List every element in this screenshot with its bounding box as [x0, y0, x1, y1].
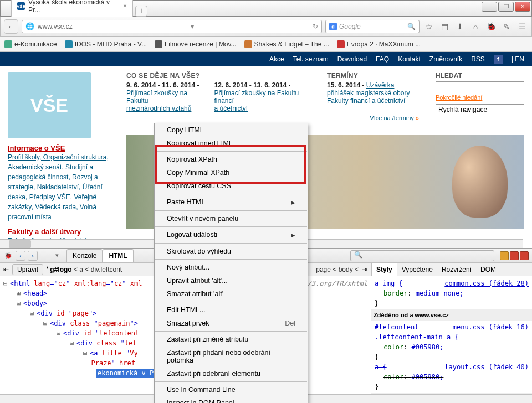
- search-icon[interactable]: 🔍: [407, 23, 416, 30]
- info-heading[interactable]: Informace o VŠE: [8, 144, 113, 152]
- download-icon[interactable]: ⬇: [454, 20, 466, 33]
- context-menu-item[interactable]: Kopírovat XPath: [155, 153, 308, 166]
- event-link[interactable]: Přijímací zkoušky na Fakultu financí: [214, 89, 310, 105]
- context-menu-item[interactable]: Kopírovat innerHTML: [155, 137, 308, 150]
- event-link[interactable]: a účetnictví: [214, 105, 310, 112]
- search-placeholder: Google: [339, 23, 361, 30]
- tab-favicon: VŠE: [17, 2, 25, 10]
- topbar-link[interactable]: Download: [337, 55, 367, 63]
- clipboard-icon[interactable]: ▤: [438, 20, 451, 33]
- quick-nav-select[interactable]: Rychlá navigace: [436, 104, 524, 115]
- section-heading: TERMÍNY: [327, 72, 419, 80]
- topbar-link[interactable]: FAQ: [376, 55, 389, 63]
- dt-breadcrumb-path[interactable]: ˈ g#logo < a < div.leftcont: [47, 266, 122, 273]
- home-icon[interactable]: ⌂: [469, 20, 482, 33]
- dt-breadcrumb-right[interactable]: page < body <: [316, 266, 359, 273]
- section-heading: CO SE DĚJE NA VŠE?: [126, 72, 310, 80]
- browser-search-bar[interactable]: g Google 🔍: [325, 20, 420, 33]
- context-menu-item[interactable]: Use in Command Line: [155, 383, 308, 396]
- context-menu-item[interactable]: Inspect in DOM Panel: [155, 396, 308, 403]
- context-menu-item[interactable]: Copy HTML: [155, 123, 308, 137]
- pencil-icon[interactable]: ✎: [500, 20, 513, 33]
- dt-nav-first[interactable]: ⇤: [3, 266, 9, 273]
- firebug-icon[interactable]: 🐞: [485, 20, 497, 33]
- bookmark-item[interactable]: Filmové recenze | Mov...: [155, 40, 237, 48]
- event-date: 12. 6. 2014 - 13. 6. 2014 -: [214, 81, 310, 89]
- window-close-button[interactable]: ✕: [515, 2, 530, 12]
- back-button[interactable]: ←: [4, 19, 18, 34]
- dt-menu-icon[interactable]: ≡: [40, 251, 50, 261]
- lang-switch[interactable]: | EN: [511, 55, 524, 63]
- advanced-search-link[interactable]: Pokročilé hledání: [436, 94, 524, 101]
- dt-next-button[interactable]: ›: [28, 251, 38, 261]
- dt-prev-button[interactable]: ‹: [16, 251, 25, 261]
- event-link[interactable]: mezinárodních vztahů: [126, 105, 203, 112]
- window-maximize-button[interactable]: ❐: [498, 2, 514, 12]
- topbar-link[interactable]: RSS: [471, 55, 485, 63]
- topbar-link[interactable]: Kontakt: [398, 55, 421, 63]
- deadline-date: 15. 6. 2014 -: [327, 81, 364, 89]
- dt-tab-html[interactable]: HTML: [103, 249, 133, 262]
- context-menu-item[interactable]: Zastavit při změně atributu: [155, 333, 308, 346]
- firebug-icon[interactable]: 🐞: [3, 251, 13, 261]
- context-menu-item[interactable]: Smazat prvekDel: [155, 317, 308, 330]
- bookmark-icon: [4, 40, 12, 48]
- dt-close-button[interactable]: [520, 251, 529, 260]
- topbar-link[interactable]: Změnovník: [429, 55, 462, 63]
- topbar-link[interactable]: Akce: [269, 55, 284, 63]
- context-menu-item[interactable]: Nový atribut...: [155, 261, 308, 274]
- bookmark-icon: [155, 40, 162, 48]
- dt-rtab-computed[interactable]: Vypočtené: [397, 264, 437, 276]
- dt-search-input[interactable]: 🔍: [350, 250, 494, 261]
- topbar-link[interactable]: Tel. seznam: [293, 55, 329, 63]
- info-links[interactable]: Profil školy, Organizační struktura, Aka…: [8, 152, 113, 222]
- bookmark-icon: [65, 40, 73, 48]
- browser-tab[interactable]: VŠE Vysoká škola ekonomická v Pr... ×: [11, 0, 133, 17]
- browser-nav-toolbar: ← 🌐 www.vse.cz ▾ ↻ g Google 🔍 ☆ ▤ ⬇ ⌂ 🐞 …: [0, 17, 532, 37]
- site-logo[interactable]: VŠE: [8, 72, 91, 138]
- bookmark-item[interactable]: Evropa 2 · MaXXimum ...: [337, 40, 421, 48]
- context-menu-item[interactable]: Kopírovat cestu CSS: [155, 179, 308, 193]
- dt-dock-button[interactable]: [510, 251, 519, 260]
- dt-styles-panel[interactable]: common.css (řádek 28)a img {border: medi…: [371, 276, 532, 394]
- dt-tab-console[interactable]: Konzole: [66, 249, 103, 262]
- dropdown-icon[interactable]: ▾: [191, 23, 194, 30]
- dt-rtab-dom[interactable]: DOM: [476, 264, 500, 276]
- tab-title: Vysoká škola ekonomická v Pr...: [28, 0, 120, 14]
- new-tab-button[interactable]: +: [135, 6, 147, 17]
- dt-rtab-styles[interactable]: Styly: [371, 263, 397, 276]
- context-menu-item[interactable]: Zastavit při přidání nebo odebrání potom…: [155, 346, 308, 367]
- window-minimize-button[interactable]: —: [482, 2, 497, 12]
- dt-minimize-button[interactable]: [500, 251, 509, 260]
- url-bar[interactable]: 🌐 www.vse.cz ▾ ↻: [22, 20, 322, 33]
- star-icon[interactable]: ☆: [423, 20, 435, 33]
- facebook-icon[interactable]: f: [494, 55, 503, 64]
- site-search-input[interactable]: [436, 81, 524, 92]
- dt-rtab-layout[interactable]: Rozvržení: [437, 264, 476, 276]
- bookmark-item[interactable]: Shakes & Fidget – The ...: [244, 40, 329, 48]
- browser-tab-bar: VŠE Vysoká škola ekonomická v Pr... × +: [11, 2, 147, 17]
- tab-close-icon[interactable]: ×: [123, 2, 127, 10]
- dt-edit-button[interactable]: Upravit: [12, 264, 43, 275]
- context-menu-item[interactable]: Paste HTML▸: [155, 195, 308, 209]
- faculties-heading[interactable]: Fakulty a další útvary: [8, 228, 113, 236]
- context-menu-item[interactable]: Skrolovat do výhledu: [155, 245, 308, 258]
- context-menu-item[interactable]: Smazat atribut 'alt': [155, 287, 308, 301]
- globe-icon: 🌐: [25, 22, 34, 30]
- menu-icon[interactable]: ☰: [516, 20, 528, 33]
- context-menu: Copy HTMLKopírovat innerHTMLKopírovat XP…: [154, 123, 308, 403]
- context-menu-item[interactable]: Zastavit při odebrání elementu: [155, 367, 308, 380]
- bookmark-item[interactable]: e-Komunikace: [4, 40, 57, 48]
- context-menu-item[interactable]: Copy Minimal XPath: [155, 166, 308, 179]
- dt-nav-last[interactable]: ⇥: [362, 266, 367, 273]
- search-heading: HLEDAT: [436, 72, 524, 80]
- dt-dropdown-icon[interactable]: ▾: [52, 251, 62, 261]
- reload-icon[interactable]: ↻: [313, 23, 318, 30]
- event-link[interactable]: Přijímací zkoušky na Fakultu: [126, 89, 203, 105]
- context-menu-item[interactable]: Logovat události▸: [155, 228, 308, 242]
- context-menu-item[interactable]: Upravit atribut 'alt'...: [155, 274, 308, 287]
- more-link[interactable]: Více na /terminy »: [327, 115, 419, 121]
- context-menu-item[interactable]: Edit HTML...: [155, 303, 308, 317]
- context-menu-item[interactable]: Otevřít v novém panelu: [155, 212, 308, 225]
- bookmark-item[interactable]: IDOS - MHD Praha - V...: [65, 40, 147, 48]
